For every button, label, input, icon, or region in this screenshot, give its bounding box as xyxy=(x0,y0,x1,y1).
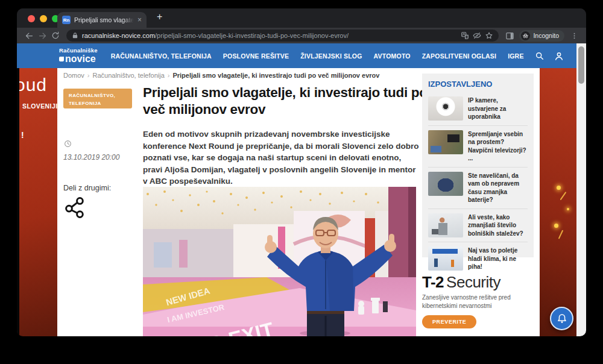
featured-item-title[interactable]: Ste naveličani, da vam ob nepravem času … xyxy=(468,172,528,204)
tab-close-icon[interactable]: × xyxy=(137,16,142,24)
scrollbar[interactable] xyxy=(576,43,586,336)
nav-item-zaposlitveni-oglasi[interactable]: ZAPOSLITVENI OGLASI xyxy=(422,52,496,60)
close-window-button[interactable] xyxy=(28,15,35,22)
skin-ad-text-fragment: oud xyxy=(19,75,47,95)
eye-off-icon[interactable] xyxy=(473,31,481,40)
lock-icon xyxy=(72,32,78,39)
incognito-spy-icon xyxy=(521,31,530,40)
forward-icon[interactable] xyxy=(36,30,48,42)
search-icon[interactable] xyxy=(535,51,545,61)
featured-item-title[interactable]: Naj vas to poletje hladi klima, ki ne pi… xyxy=(468,246,528,271)
right-skin-ad[interactable] xyxy=(540,68,576,336)
skin-ad-text-fragment: ! xyxy=(21,130,24,140)
featured-item-title[interactable]: Ali veste, kako zmanjšati število bolniš… xyxy=(468,213,528,238)
url-text: racunalniske-novice.com/pripeljali-smo-v… xyxy=(82,32,457,39)
breadcrumb-home[interactable]: Domov xyxy=(63,72,84,79)
skin-ad-text-fragment: SLOVENIJI xyxy=(22,102,57,110)
minimize-window-button[interactable] xyxy=(40,15,47,22)
desktop: { "browser": { "tab": { "favicon_text": … xyxy=(0,0,603,364)
article-photo: NEW IDEA I AM INVESTOR G EXIT xyxy=(143,187,416,336)
nav-icons xyxy=(535,51,564,61)
new-tab-button[interactable]: + xyxy=(157,11,162,22)
url-path: /pripeljali-smo-vlagatelje-ki-investiraj… xyxy=(155,32,349,39)
bookmark-star-icon[interactable] xyxy=(485,31,493,40)
user-icon[interactable] xyxy=(554,51,564,61)
featured-item[interactable]: Ste naveličani, da vam ob nepravem času … xyxy=(428,168,528,209)
page-viewport: oud SLOVENIJI ! Računalniške novice RAČU… xyxy=(17,43,586,336)
page-content: Domov›Računalništvo, telefonija›Pripelja… xyxy=(57,68,540,336)
url-domain: racunalniske-novice.com xyxy=(82,32,155,39)
featured-item[interactable]: Ali veste, kako zmanjšati število bolniš… xyxy=(428,209,528,243)
breadcrumb: Domov›Računalništvo, telefonija›Pripelja… xyxy=(63,72,379,79)
site-logo[interactable]: Računalniške novice xyxy=(59,48,98,64)
ad-brand-light: Security xyxy=(446,273,500,291)
breadcrumb-section[interactable]: Računalništvo, telefonija xyxy=(93,72,165,79)
featured-item-title[interactable]: Spremljanje vsebin na prostem? Navpični … xyxy=(468,130,528,163)
sparkle-decoration xyxy=(554,224,558,228)
featured-item[interactable]: Spremljanje vsebin na prostem? Navpični … xyxy=(428,126,528,168)
window-controls xyxy=(28,15,59,22)
thumb-backpack[interactable] xyxy=(428,172,463,196)
address-bar[interactable]: racunalniske-novice.com/pripeljali-smo-v… xyxy=(66,30,499,42)
scrollbar-thumb[interactable] xyxy=(578,46,584,84)
article-lead: Eden od motivov skupnih prizadevanj nove… xyxy=(143,128,421,187)
sparkle-decoration xyxy=(557,186,561,190)
thumb-ip-camera[interactable] xyxy=(428,96,463,121)
logo-line2: novice xyxy=(59,54,98,64)
notification-bell-button[interactable] xyxy=(550,307,573,330)
ad-brand-bold: T-2 xyxy=(422,273,444,291)
reload-icon[interactable] xyxy=(49,30,62,42)
nav-item-racunalnistvo[interactable]: RAČUNALNIŠTVO, TELEFONIJA xyxy=(111,52,212,60)
bell-icon xyxy=(556,313,568,325)
browser-window: Rn Pripeljali smo vlagatelje, ki inve × … xyxy=(17,8,586,336)
article-date: 13.10.2019 20:00 xyxy=(63,153,119,162)
nav-item-igre[interactable]: IGRE xyxy=(508,52,523,60)
breadcrumb-current: Pripeljali smo vlagatelje, ki investiraj… xyxy=(172,72,379,79)
incognito-badge[interactable]: Incognito xyxy=(519,30,564,42)
browser-tab[interactable]: Rn Pripeljali smo vlagatelje, ki inve × xyxy=(57,12,147,28)
ad-brand: T-2Security xyxy=(422,273,534,292)
article-title: Pripeljali smo vlagatelje, ki investiraj… xyxy=(143,84,437,118)
nav-links: RAČUNALNIŠTVO, TELEFONIJA POSLOVNE REŠIT… xyxy=(111,52,524,60)
logo-line1: Računalniške xyxy=(59,48,98,54)
incognito-label: Incognito xyxy=(533,32,559,39)
share-label: Deli z drugimi: xyxy=(63,184,111,192)
nav-item-zivljenjski-slog[interactable]: ŽIVLJENJSKI SLOG xyxy=(300,52,362,60)
tab-favicon: Rn xyxy=(62,16,71,24)
tab-title: Pripeljali smo vlagatelje, ki inve xyxy=(74,16,134,24)
ad-cta-button[interactable]: PREVERITE xyxy=(422,315,476,328)
featured-panel: IZPOSTAVLJENO IP kamere, ustvarjene za u… xyxy=(422,74,534,257)
nav-item-poslovne-resitve[interactable]: POSLOVNE REŠITVE xyxy=(223,52,289,60)
thumb-office-desk[interactable] xyxy=(428,213,463,237)
site-navbar: Računalniške novice RAČUNALNIŠTVO, TELEF… xyxy=(17,43,576,68)
sparkle-decoration xyxy=(558,230,563,239)
ad-tagline: Zanesljive varnostne rešitve pred kibern… xyxy=(422,293,522,310)
featured-item[interactable]: IP kamere, ustvarjene za uporabnika xyxy=(428,92,528,126)
thumb-samsung-store[interactable] xyxy=(428,246,463,271)
share-icon[interactable] xyxy=(63,196,87,220)
featured-item[interactable]: Naj vas to poletje hladi klima, ki ne pi… xyxy=(428,242,528,275)
category-badge[interactable]: RAČUNALNIŠTVO, TELEFONIJA xyxy=(63,89,132,108)
breadcrumb-separator: › xyxy=(87,72,90,79)
menu-dots-icon[interactable] xyxy=(568,30,580,42)
sparkle-decoration xyxy=(560,192,566,200)
tab-strip: Rn Pripeljali smo vlagatelje, ki inve × … xyxy=(17,8,586,28)
nav-item-avtomoto[interactable]: AVTOMOTO xyxy=(374,52,411,60)
featured-heading: IZPOSTAVLJENO xyxy=(428,80,528,89)
category-line1: RAČUNALNIŠTVO, xyxy=(69,92,132,100)
clock-icon xyxy=(64,139,72,150)
thumb-outdoor-tv[interactable] xyxy=(428,130,463,154)
breadcrumb-separator: › xyxy=(168,72,170,79)
sparkle-decoration xyxy=(567,208,569,210)
category-line2: TELEFONIJA xyxy=(69,100,132,108)
side-panel-icon[interactable] xyxy=(504,30,516,42)
featured-item-title[interactable]: IP kamere, ustvarjene za uporabnika xyxy=(468,96,528,121)
left-skin-ad[interactable]: oud SLOVENIJI ! xyxy=(19,68,57,336)
translate-icon[interactable] xyxy=(461,31,469,40)
browser-toolbar: racunalniske-novice.com/pripeljali-smo-v… xyxy=(17,28,586,43)
back-icon[interactable] xyxy=(23,30,35,42)
t2-security-ad[interactable]: T-2Security Zanesljive varnostne rešitve… xyxy=(422,273,534,328)
